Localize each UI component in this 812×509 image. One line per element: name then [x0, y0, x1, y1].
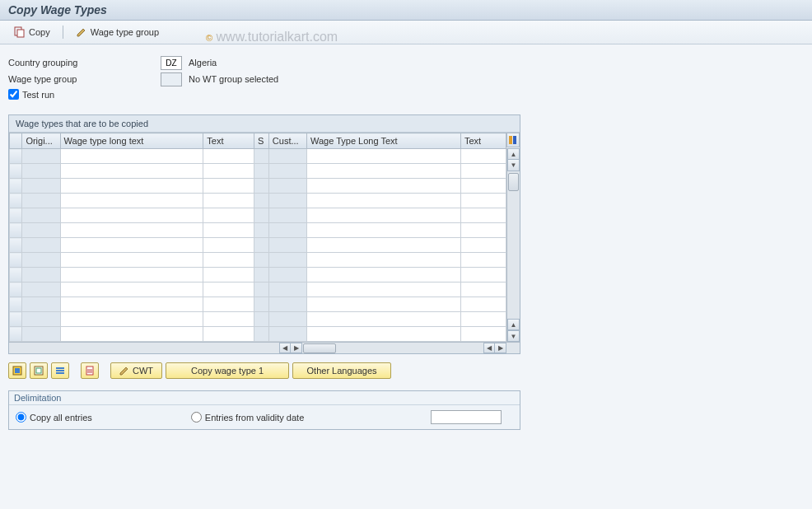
cell-wtlong1[interactable]	[60, 149, 203, 164]
cell-wtlong1[interactable]	[60, 223, 203, 238]
cell-origin[interactable]	[22, 253, 60, 268]
scroll-up-icon[interactable]: ▲	[507, 148, 520, 160]
cell-text1[interactable]	[203, 238, 254, 253]
col-s[interactable]: S	[254, 133, 268, 149]
cell-s[interactable]	[254, 283, 268, 297]
row-header[interactable]	[10, 149, 22, 164]
cell-origin[interactable]	[22, 208, 60, 223]
entries-from-date-radio[interactable]	[191, 412, 202, 423]
table-row[interactable]	[10, 238, 506, 253]
table-row[interactable]	[10, 297, 506, 312]
table-row[interactable]	[10, 283, 506, 297]
copy-all-entries-radio[interactable]	[16, 412, 26, 423]
col-cust[interactable]: Cust...	[268, 133, 306, 149]
cell-origin[interactable]	[22, 149, 60, 164]
cell-cust[interactable]	[268, 194, 306, 208]
list-button[interactable]	[51, 362, 69, 379]
cell-wtlong1[interactable]	[60, 297, 203, 312]
vertical-scrollbar[interactable]: ▲ ▼ ▲ ▼	[506, 148, 520, 342]
cell-text1[interactable]	[203, 297, 254, 312]
row-header[interactable]	[10, 164, 22, 179]
table-row[interactable]	[10, 164, 506, 179]
cell-cust[interactable]	[268, 179, 306, 194]
cell-cust[interactable]	[268, 208, 306, 223]
cell-s[interactable]	[254, 253, 268, 268]
table-row[interactable]	[10, 268, 506, 283]
cell-text2[interactable]	[460, 238, 506, 253]
cell-cust[interactable]	[268, 149, 306, 164]
cell-wtlong2[interactable]	[307, 283, 461, 297]
table-row[interactable]	[10, 253, 506, 268]
row-header[interactable]	[10, 208, 22, 223]
table-row[interactable]	[10, 223, 506, 238]
cell-text1[interactable]	[203, 149, 254, 164]
cell-text1[interactable]	[203, 253, 254, 268]
cell-cust[interactable]	[268, 312, 306, 327]
row-header[interactable]	[10, 268, 22, 283]
hscroll-thumb[interactable]	[303, 343, 336, 353]
table-row[interactable]	[10, 179, 506, 194]
col-wtlong2[interactable]: Wage Type Long Text	[307, 133, 461, 149]
table-row[interactable]	[10, 208, 506, 223]
cell-origin[interactable]	[22, 312, 60, 327]
table-row[interactable]	[10, 312, 506, 327]
cell-s[interactable]	[254, 297, 268, 312]
cell-text2[interactable]	[460, 164, 506, 179]
row-header[interactable]	[10, 283, 22, 297]
cell-wtlong2[interactable]	[307, 164, 461, 179]
cell-wtlong2[interactable]	[307, 149, 461, 164]
validity-date-input[interactable]	[431, 410, 502, 424]
other-languages-button[interactable]: Other Languages	[292, 362, 391, 379]
cell-text2[interactable]	[460, 312, 506, 327]
cell-origin[interactable]	[22, 297, 60, 312]
cell-origin[interactable]	[22, 327, 60, 342]
cell-cust[interactable]	[268, 283, 306, 297]
row-header[interactable]	[10, 223, 22, 238]
cell-wtlong1[interactable]	[60, 208, 203, 223]
cell-s[interactable]	[254, 164, 268, 179]
cell-wtlong2[interactable]	[307, 297, 461, 312]
cell-text1[interactable]	[203, 223, 254, 238]
scroll-down-icon[interactable]: ▼	[507, 330, 520, 342]
row-header[interactable]	[10, 179, 22, 194]
cell-text2[interactable]	[460, 179, 506, 194]
select-all-button[interactable]	[8, 362, 26, 379]
copy-button[interactable]: Copy	[8, 24, 56, 40]
cell-text2[interactable]	[460, 283, 506, 297]
cell-wtlong2[interactable]	[307, 179, 461, 194]
cell-wtlong1[interactable]	[60, 283, 203, 297]
cell-cust[interactable]	[268, 238, 306, 253]
cell-wtlong2[interactable]	[307, 253, 461, 268]
cell-wtlong1[interactable]	[60, 312, 203, 327]
row-header[interactable]	[10, 194, 22, 208]
cell-s[interactable]	[254, 194, 268, 208]
cell-cust[interactable]	[268, 297, 306, 312]
cell-text1[interactable]	[203, 179, 254, 194]
wage-type-group-button[interactable]: Wage type group	[70, 24, 165, 40]
cell-wtlong1[interactable]	[60, 238, 203, 253]
cell-text2[interactable]	[460, 327, 506, 342]
col-text1[interactable]: Text	[203, 133, 254, 149]
cell-text2[interactable]	[460, 194, 506, 208]
cell-cust[interactable]	[268, 164, 306, 179]
cell-s[interactable]	[254, 149, 268, 164]
hscroll-right-icon[interactable]: ▶	[291, 343, 302, 353]
cell-cust[interactable]	[268, 268, 306, 283]
row-header[interactable]	[10, 327, 22, 342]
cell-origin[interactable]	[22, 268, 60, 283]
cell-wtlong2[interactable]	[307, 312, 461, 327]
deselect-all-button[interactable]	[30, 362, 48, 379]
cell-text1[interactable]	[203, 268, 254, 283]
cell-origin[interactable]	[22, 283, 60, 297]
scroll-down-small-icon[interactable]: ▼	[507, 160, 520, 171]
cell-origin[interactable]	[22, 179, 60, 194]
cell-wtlong2[interactable]	[307, 223, 461, 238]
cell-cust[interactable]	[268, 253, 306, 268]
cell-text1[interactable]	[203, 283, 254, 297]
col-origin[interactable]: Origi...	[22, 133, 60, 149]
cell-origin[interactable]	[22, 164, 60, 179]
cwt-button[interactable]: CWT	[110, 362, 162, 379]
table-row[interactable]	[10, 149, 506, 164]
cell-cust[interactable]	[268, 327, 306, 342]
col-rowsel[interactable]	[10, 133, 22, 149]
